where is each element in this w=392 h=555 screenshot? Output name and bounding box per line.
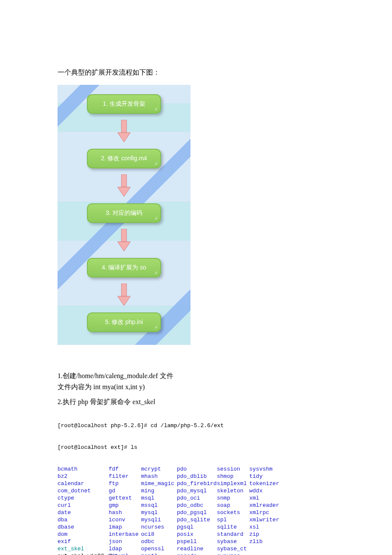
ls-entry: ext_skel_win32.php: [58, 552, 109, 555]
ls-entry: imap: [109, 523, 141, 531]
ls-entry: xmlrpc: [249, 509, 282, 516]
ls-entry: snmp: [217, 494, 249, 502]
ls-entry: calendar: [58, 480, 109, 487]
ls-entry: readline: [177, 545, 217, 552]
ls-entry: ncurses: [141, 523, 177, 531]
svg-rect-6: [121, 283, 127, 296]
ls-entry: pdo_mysql: [177, 487, 217, 494]
section-2: 2.执行 php 骨架扩展命令 ext_skel [root@localhost…: [58, 396, 334, 555]
ls-entry: date: [58, 509, 109, 516]
ls-entry: xsl: [249, 523, 282, 531]
flow-step-3: 3. 对应的编码↲: [87, 203, 161, 223]
ls-entry: dba: [58, 516, 109, 523]
ls-entry: [249, 552, 282, 555]
ls-entry: odbc: [141, 538, 177, 545]
ls-entry: interbase: [109, 531, 141, 538]
intro-text: 一个典型的扩展开发流程如下图：: [58, 68, 334, 77]
ls-entry: gd: [109, 487, 141, 494]
section1-line2: 文件内容为 int mya(int x,int y): [58, 382, 334, 393]
ls-entry: zip: [249, 531, 282, 538]
ls-entry: simplexml: [217, 480, 249, 487]
ls-entry: spl: [217, 516, 249, 523]
ls-entry: [249, 545, 282, 552]
ls-entry: pgsql: [177, 523, 217, 531]
flowchart: 1. 生成开发骨架↲ 2. 修改 config.m4↲ 3. 对应的编码↲ 4.…: [58, 85, 190, 345]
section2-title: 2.执行 php 骨架扩展命令 ext_skel: [58, 396, 334, 408]
ls-entry: pdo_odbc: [177, 502, 217, 509]
ls-entry: pdo_sqlite: [177, 516, 217, 523]
ls-entry: ctype: [58, 494, 109, 502]
ls-entry: openssl: [141, 545, 177, 552]
ls-entry: ldap: [109, 545, 141, 552]
ls-entry: standard: [217, 531, 249, 538]
svg-marker-7: [118, 296, 130, 306]
ls-entry: pcntl: [141, 552, 177, 555]
ls-entry: xmlreader: [249, 502, 282, 509]
svg-rect-2: [121, 174, 127, 187]
ls-entry: xml: [249, 494, 282, 502]
ls-entry: soap: [217, 502, 249, 509]
ls-entry: json: [109, 538, 141, 545]
ls-entry: sockets: [217, 509, 249, 516]
ls-entry: pdo_firebird: [177, 480, 217, 487]
ls-entry: wddx: [249, 487, 282, 494]
ls-entry: mhash: [141, 473, 177, 480]
ls-entry: pdo_dblib: [177, 473, 217, 480]
ls-entry: sybase: [217, 538, 249, 545]
svg-rect-4: [121, 229, 127, 242]
ls-entry: filter: [109, 473, 141, 480]
ls-entry: mcrypt: [141, 465, 177, 473]
ls-entry: dom: [58, 531, 109, 538]
terminal-output: [root@localhost php-5.2.6]# cd /lamp/php…: [58, 408, 334, 555]
ls-entry: gettext: [109, 494, 141, 502]
svg-marker-1: [118, 133, 130, 142]
ls-entry: com_dotnet: [58, 487, 109, 494]
arrow-down-icon: [118, 120, 130, 143]
ls-entry: iconv: [109, 516, 141, 523]
flow-step-1: 1. 生成开发骨架↲: [87, 94, 161, 114]
ls-entry: pdo_pgsql: [177, 509, 217, 516]
ls-entry: ext_skel: [58, 545, 109, 552]
arrow-down-icon: [118, 283, 130, 306]
prompt-line: [root@localhost php-5.2.6]# cd /lamp/php…: [58, 422, 334, 429]
prompt-line: [root@localhost ext]# ls: [58, 444, 334, 451]
ls-entry: sysvshm: [249, 465, 282, 473]
arrow-down-icon: [118, 174, 130, 197]
svg-marker-3: [118, 187, 130, 197]
ls-entry: pspell: [177, 538, 217, 545]
ls-entry: recode: [177, 552, 217, 555]
ls-entry: sqlite: [217, 523, 249, 531]
svg-marker-5: [118, 242, 130, 251]
ls-entry: curl: [58, 502, 109, 509]
ls-entry: sybase_ct: [217, 545, 249, 552]
ls-entry: libxml: [109, 552, 141, 555]
ls-entry: tidy: [249, 473, 282, 480]
ls-entry: mssql: [141, 502, 177, 509]
arrow-down-icon: [118, 229, 130, 252]
ls-entry: mime_magic: [141, 480, 177, 487]
ls-entry: ming: [141, 487, 177, 494]
ls-entry: tokenizer: [249, 480, 282, 487]
ls-entry: fdf: [109, 465, 141, 473]
ls-entry: session: [217, 465, 249, 473]
ls-entry: shmop: [217, 473, 249, 480]
ls-entry: dbase: [58, 523, 109, 531]
svg-rect-0: [121, 120, 127, 133]
ls-entry: msql: [141, 494, 177, 502]
ls-entry: gmp: [109, 502, 141, 509]
ls-entry: skeleton: [217, 487, 249, 494]
ls-entry: hash: [109, 509, 141, 516]
flow-step-5: 5. 修改 php.ini↲: [87, 312, 161, 332]
ls-entry: zlib: [249, 538, 282, 545]
ls-entry: pdo_oci: [177, 494, 217, 502]
ls-entry: sysvmsg: [217, 552, 249, 555]
section-1: 1.创建/home/hm/caleng_module.def 文件 文件内容为 …: [58, 370, 334, 392]
ls-entry: ftp: [109, 480, 141, 487]
ls-entry: mysqli: [141, 516, 177, 523]
section1-line1: 1.创建/home/hm/caleng_module.def 文件: [58, 370, 334, 382]
ls-entry: bcmath: [58, 465, 109, 473]
ls-entry: xmlwriter: [249, 516, 282, 523]
flow-step-2: 2. 修改 config.m4↲: [87, 149, 161, 168]
ls-entry: bz2: [58, 473, 109, 480]
ls-entry: exif: [58, 538, 109, 545]
